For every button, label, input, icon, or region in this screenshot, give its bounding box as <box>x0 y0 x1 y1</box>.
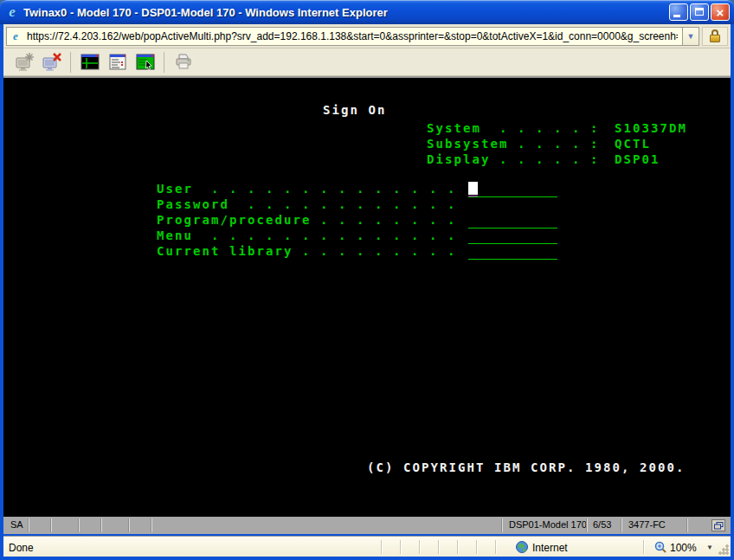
security-zone-label: Internet <box>532 542 568 554</box>
menu-label: Menu . . . . . . . . . . . . . . <box>157 229 456 242</box>
printer-session-button[interactable] <box>104 50 132 74</box>
zoom-dropdown-arrow-icon[interactable]: ▼ <box>706 544 713 551</box>
terminal-cursor <box>468 182 478 195</box>
new-session-icon <box>14 52 35 73</box>
subsystem-label: Subsystem . . . . : <box>427 138 599 151</box>
browser-window: e Twinax0 - Model 170 - DSP01-Model 170 … <box>0 0 734 560</box>
user-label: User . . . . . . . . . . . . . . <box>157 183 456 196</box>
print-icon <box>173 52 194 73</box>
device-type: 3477-FC <box>628 519 666 530</box>
toolbar-separator <box>70 52 72 73</box>
toolbar-separator <box>164 52 165 73</box>
close-icon: × <box>711 4 729 20</box>
subsystem-value: QCTL <box>615 138 651 151</box>
new-session-button[interactable] <box>10 50 38 74</box>
green-screen-session-button[interactable] <box>76 50 104 74</box>
system-label: System . . . . . : <box>427 122 599 135</box>
emulator-toolbar <box>3 48 731 76</box>
screen-title: Sign On <box>323 104 387 117</box>
window-controls: × <box>669 3 730 21</box>
zoom-magnifier-icon <box>654 541 666 556</box>
terminal-screen: Sign On System . . . . . : S10337DM Subs… <box>3 76 731 517</box>
internet-zone-globe-icon <box>516 541 528 556</box>
page-load-status: Done <box>9 542 34 554</box>
display-value: DSP01 <box>615 153 660 166</box>
current-library-input-field[interactable] <box>468 259 557 260</box>
close-session-button[interactable] <box>38 50 66 74</box>
user-input-field[interactable] <box>468 196 557 197</box>
green-screen-session-icon <box>80 52 100 73</box>
resize-grip[interactable] <box>718 544 729 555</box>
session-restore-button[interactable] <box>711 519 725 531</box>
restore-window-icon <box>714 522 724 530</box>
program-procedure-label: Program/procedure . . . . . . . . <box>157 214 456 227</box>
system-value: S10337DM <box>615 122 687 135</box>
print-button[interactable] <box>170 50 197 74</box>
url-dropdown-button[interactable]: ▼ <box>683 27 699 46</box>
close-button[interactable]: × <box>711 3 730 21</box>
browser-status-bar: Done Internet 100% ▼ <box>3 537 731 557</box>
maximize-icon <box>695 8 704 16</box>
security-lock-button[interactable] <box>702 27 728 46</box>
title-bar: e Twinax0 - Model 170 - DSP01-Model 170 … <box>0 0 734 24</box>
current-library-label: Current library . . . . . . . . . <box>157 245 456 258</box>
password-label: Password . . . . . . . . . . . . <box>157 198 456 211</box>
ie-logo-icon: e <box>4 4 20 20</box>
printer-session-icon <box>107 52 128 73</box>
padlock-icon <box>710 29 720 42</box>
system-available-indicator: SA <box>10 519 23 530</box>
cursor-position-indicator: 6/53 <box>593 519 611 530</box>
menu-input-field[interactable] <box>468 243 557 244</box>
program-procedure-input-field[interactable] <box>468 228 557 229</box>
address-bar: e ▼ <box>3 24 731 48</box>
window-title: Twinax0 - Model 170 - DSP01-Model 170 - … <box>23 6 669 19</box>
maximize-button[interactable] <box>690 3 709 21</box>
active-session-button[interactable] <box>132 50 159 74</box>
copyright-line: (C) COPYRIGHT IBM CORP. 1980, 2000. <box>367 461 685 474</box>
minimize-icon <box>673 15 680 17</box>
close-session-icon <box>42 52 62 73</box>
session-name: DSP01-Model 170 <box>509 519 587 530</box>
display-label: Display . . . . . : <box>427 153 599 166</box>
zoom-level[interactable]: 100% <box>670 542 697 554</box>
minimize-button[interactable] <box>669 3 688 21</box>
url-box: e <box>6 27 683 46</box>
active-session-icon <box>135 52 156 73</box>
terminal-status-bar: SA DSP01-Model 170 6/53 3477-FC <box>3 517 731 534</box>
url-input[interactable] <box>25 29 679 43</box>
page-favicon-icon: e <box>10 30 22 42</box>
